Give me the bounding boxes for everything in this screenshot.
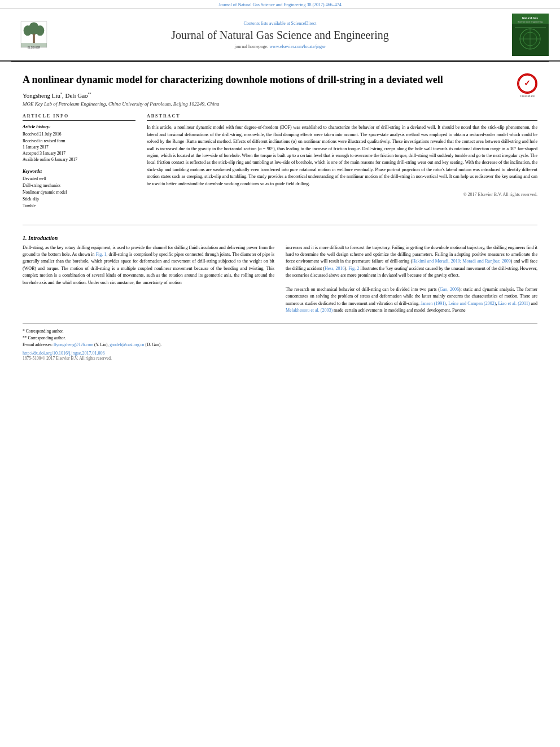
keyword-5: Tumble — [23, 203, 135, 209]
journal-citation-bar: Journal of Natural Gas Science and Engin… — [0, 0, 560, 9]
keyword-2: Drill-string mechanics — [23, 182, 135, 189]
journal-cover-image: Natural Gas Science and Engineering — [512, 14, 549, 56]
fig1-link[interactable]: Fig. 1 — [96, 252, 107, 257]
journal-header: ELSEVIER Contents lists available at Sci… — [0, 9, 560, 62]
history-label: Article history: — [23, 124, 135, 129]
corresponding-star2: ** — [88, 93, 91, 96]
journal-full-title: Journal of Natural Gas Science and Engin… — [56, 28, 504, 42]
elsevier-tree-icon: ELSEVIER — [17, 19, 51, 50]
body-content: 1. Introduction Drill-string, as the key… — [0, 232, 560, 369]
journal-citation: Journal of Natural Gas Science and Engin… — [218, 2, 342, 7]
footnote-star1: * Corresponding author. — [23, 328, 537, 335]
issn-text: 1875-5100/© 2017 Elsevier B.V. All right… — [23, 356, 537, 361]
corresponding-star1: * — [60, 93, 62, 96]
article-info-header: Article Info — [23, 113, 135, 121]
ref-hess[interactable]: Hess, 2016 — [325, 266, 345, 271]
ref-hakimi[interactable]: Hakimi and Moradi, 2010; Moradi and Ranj… — [412, 259, 510, 264]
authors: Yongsheng Liu*, Deli Gao** — [23, 92, 537, 99]
revised-date: 1 January 2017 — [23, 144, 135, 150]
ref-leine[interactable]: Leine and Campen (2002) — [448, 301, 496, 306]
svg-point-3 — [36, 25, 45, 36]
footnote-star2: ** Corresponding author. — [23, 335, 537, 342]
info-abstract-section: Article Info Article history: Received 2… — [23, 113, 537, 209]
ref-gao[interactable]: Gao, 2006 — [440, 287, 459, 292]
footnote-email: E-mail addresses: lfyongsheng@126.com (Y… — [23, 342, 537, 348]
body-col-2: increases and it is more difficult to fo… — [286, 244, 537, 314]
article-history: Article history: Received 21 July 2016 R… — [23, 124, 135, 163]
body-col1-text: Drill-string, as the key rotary drilling… — [23, 244, 274, 286]
journal-cover-area: Natural Gas Science and Engineering — [504, 14, 549, 56]
journal-homepage-link[interactable]: www.elsevier.com/locate/jngse — [269, 44, 325, 49]
svg-text:Science and Engineering: Science and Engineering — [518, 20, 542, 23]
doi-link[interactable]: http://dx.doi.org/10.1016/j.jngse.2017.0… — [23, 351, 537, 356]
body-col2-text: increases and it is more difficult to fo… — [286, 244, 537, 314]
email-link-1[interactable]: lfyongsheng@126.com — [54, 342, 93, 347]
elsevier-logo-area: ELSEVIER — [11, 19, 56, 50]
author-yongsheng: Yongsheng Liu — [23, 92, 60, 99]
author-deli: Deli Gao — [65, 92, 88, 99]
received-revised-label: Received in revised form — [23, 138, 135, 144]
abstract-header: ABSTRACT — [147, 113, 537, 121]
received-date: Received 21 July 2016 — [23, 131, 135, 137]
abstract-text: In this article, a nonlinear dynamic mod… — [147, 124, 537, 187]
crossmark-area: ✓ CrossMark — [517, 73, 537, 98]
paper-title: A nonlinear dynamic model for characteri… — [23, 73, 537, 86]
fig2-link[interactable]: Fig. 2 — [348, 266, 359, 271]
journal-title-area: Contents lists available at ScienceDirec… — [56, 21, 504, 49]
cover-svg: Natural Gas Science and Engineering — [512, 14, 549, 56]
svg-text:✓: ✓ — [524, 78, 531, 88]
keyword-3: Nonlinear dynamic model — [23, 189, 135, 196]
ref-jansen[interactable]: Jansen (1991) — [421, 301, 446, 306]
ref-mela[interactable]: Melakhessou et al. (2003) — [286, 308, 333, 313]
keyword-1: Deviated well — [23, 176, 135, 182]
available-date: Available online 6 January 2017 — [23, 156, 135, 163]
section1-title: 1. Introduction — [23, 235, 537, 241]
keywords-section: Keywords: Deviated well Drill-string mec… — [23, 169, 135, 209]
main-content-area: ✓ CrossMark A nonlinear dynamic model fo… — [0, 62, 560, 218]
email-link-2[interactable]: gaodeli@cast.org.cn — [110, 342, 144, 347]
svg-rect-4 — [33, 34, 35, 43]
affiliation: MOE Key Lab of Petroleum Engineering, Ch… — [23, 101, 537, 107]
science-direct-link[interactable]: ScienceDirect — [291, 21, 317, 26]
keyword-4: Stick-slip — [23, 196, 135, 203]
svg-text:Natural Gas: Natural Gas — [522, 16, 538, 20]
copyright: © 2017 Elsevier B.V. All rights reserved… — [147, 192, 537, 197]
ref-liao[interactable]: Liao et al. (2011) — [498, 301, 530, 306]
crossmark-label: CrossMark — [517, 94, 537, 98]
science-direct-text: Contents lists available at ScienceDirec… — [56, 21, 504, 26]
abstract-column: ABSTRACT In this article, a nonlinear dy… — [147, 113, 537, 209]
accepted-date: Accepted 3 January 2017 — [23, 150, 135, 156]
article-info-column: Article Info Article history: Received 2… — [23, 113, 135, 209]
body-two-column: Drill-string, as the key rotary drilling… — [23, 244, 537, 314]
crossmark-logo: ✓ — [517, 73, 537, 94]
content-divider — [23, 225, 537, 225]
keywords-label: Keywords: — [23, 169, 135, 174]
journal-homepage: journal homepage: www.elsevier.com/locat… — [56, 44, 504, 49]
footnote-section: * Corresponding author. ** Corresponding… — [23, 323, 537, 361]
body-col-1: Drill-string, as the key rotary drilling… — [23, 244, 274, 314]
svg-text:ELSEVIER: ELSEVIER — [28, 46, 41, 49]
